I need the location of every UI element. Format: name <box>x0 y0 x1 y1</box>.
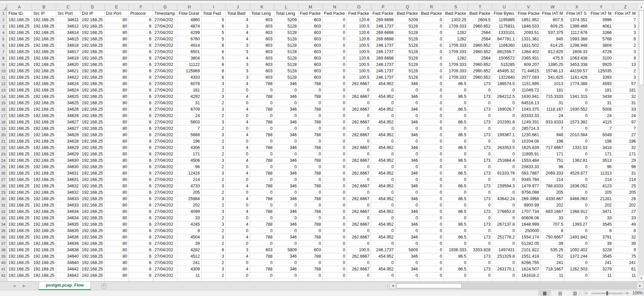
cell[interactable] <box>226 279 250 281</box>
cell[interactable]: 192.168.25 <box>80 36 105 42</box>
cell[interactable]: 43642.24 <box>492 196 516 202</box>
cell[interactable]: Flow IAT M <box>589 10 613 17</box>
cell[interactable]: 788 <box>250 170 274 177</box>
cell[interactable]: 192.168.25 <box>7 68 32 74</box>
cell[interactable]: 4282 <box>177 247 202 253</box>
cell[interactable]: 13 <box>613 62 638 68</box>
cell[interactable]: 2 <box>202 272 226 279</box>
cell[interactable]: 1831.502 <box>516 42 541 49</box>
cell[interactable]: 192.168.25 <box>7 87 32 94</box>
cell[interactable]: 0 <box>274 215 298 221</box>
cell[interactable]: 0 <box>226 177 250 183</box>
cell[interactable]: 34636 <box>56 240 80 247</box>
zoom-level[interactable]: 100% <box>633 290 643 296</box>
cell[interactable]: 192.168.25 <box>32 215 56 221</box>
cell[interactable]: 241 <box>177 260 202 266</box>
cell[interactable]: 34618 <box>56 55 80 62</box>
cell[interactable]: 1709.333 <box>444 23 468 30</box>
cell[interactable]: 86.5 <box>444 170 468 177</box>
cell[interactable]: 27/04/202 <box>153 113 177 119</box>
cell[interactable]: 0 <box>250 260 274 266</box>
cell[interactable]: 2 <box>202 138 226 145</box>
cell[interactable]: 614.25 <box>541 42 565 49</box>
cell[interactable]: 1092.402 <box>565 247 589 253</box>
cell[interactable]: 192.168.25 <box>32 119 56 125</box>
cell[interactable]: 0 <box>298 113 323 119</box>
cell[interactable]: 173 <box>468 196 492 202</box>
cell[interactable]: 214 <box>177 177 202 183</box>
cell[interactable]: 192.168.25 <box>80 266 105 272</box>
cell[interactable]: 246.1737 <box>371 62 395 68</box>
column-header-L[interactable]: L <box>274 4 298 10</box>
cell[interactable]: 86.5 <box>444 253 468 260</box>
cell[interactable]: 1063.438 <box>565 55 589 62</box>
cell[interactable]: 6 <box>129 253 153 260</box>
cell[interactable]: 2 <box>202 87 226 94</box>
cell[interactable]: 0 <box>323 170 347 177</box>
cell[interactable] <box>492 279 516 281</box>
cell[interactable]: 34611 <box>56 17 80 23</box>
cell[interactable]: 346 <box>274 266 298 272</box>
column-header-H[interactable]: H <box>177 4 202 10</box>
cell[interactable]: 192.168.25 <box>80 202 105 209</box>
cell[interactable]: 6 <box>129 62 153 68</box>
cell[interactable]: 0 <box>323 62 347 68</box>
row-number[interactable]: 11 <box>0 74 7 81</box>
cell[interactable]: 9345.794 <box>516 177 541 183</box>
cell[interactable]: 6 <box>129 36 153 42</box>
cell[interactable]: 1625.639 <box>516 145 541 151</box>
row-number[interactable]: 2 <box>0 17 7 23</box>
cell[interactable]: 192.168.25 <box>32 113 56 119</box>
cell[interactable]: 192.168.25 <box>80 189 105 196</box>
cell[interactable]: 2 <box>202 189 226 196</box>
cell[interactable]: 5128 <box>395 23 420 30</box>
cell[interactable]: 0 <box>468 100 492 106</box>
cell[interactable]: 0 <box>444 202 468 209</box>
cell[interactable]: 5128 <box>274 23 298 30</box>
cell[interactable]: 241 <box>589 260 613 266</box>
cell[interactable]: 603 <box>250 55 274 62</box>
cell[interactable]: 0 <box>226 260 250 266</box>
cell[interactable]: 603 <box>298 36 323 42</box>
cell[interactable]: 192.168.25 <box>80 183 105 189</box>
cell[interactable]: 788 <box>298 81 323 87</box>
cell[interactable]: 11049.72 <box>516 87 541 94</box>
cell[interactable]: 214 <box>541 177 565 183</box>
cell[interactable]: 3393 <box>589 74 613 81</box>
cell[interactable]: 603 <box>250 49 274 55</box>
cell[interactable]: 0 <box>468 87 492 94</box>
cell[interactable]: 100.5 <box>347 62 371 68</box>
cell[interactable]: 1709.333 <box>444 42 468 49</box>
cell[interactable] <box>7 279 32 281</box>
cell[interactable]: 3 <box>202 157 226 164</box>
cell[interactable]: 0 <box>420 36 444 42</box>
cell[interactable]: 2960.652 <box>468 68 492 74</box>
cell[interactable]: 2960.652 <box>468 62 492 68</box>
cell[interactable]: 0 <box>420 100 444 106</box>
cell[interactable]: 27/04/202 <box>153 260 177 266</box>
cell[interactable]: 6 <box>129 125 153 132</box>
cell[interactable]: 0 <box>395 177 420 183</box>
cell[interactable]: 0 <box>347 228 371 234</box>
cell[interactable]: 6 <box>129 81 153 87</box>
row-number[interactable]: 41 <box>0 266 7 272</box>
cell[interactable]: 34629 <box>56 151 80 157</box>
cell[interactable]: 3996 <box>589 17 613 23</box>
cell[interactable]: 0 <box>395 228 420 234</box>
cell[interactable]: 27/04/202 <box>153 119 177 125</box>
cell[interactable]: 25984 <box>177 196 202 202</box>
cell[interactable]: 788 <box>250 221 274 228</box>
cell[interactable]: 80 <box>105 23 129 30</box>
cell[interactable]: 192.168.25 <box>32 106 56 113</box>
cell[interactable]: 27/04/202 <box>153 189 177 196</box>
cell[interactable]: 0 <box>298 228 323 234</box>
cell[interactable]: 196 <box>177 138 202 145</box>
column-header-M[interactable]: M <box>298 4 323 10</box>
cell[interactable]: 3418 <box>589 145 613 151</box>
cell[interactable]: 0 <box>468 202 492 209</box>
cell[interactable]: 0 <box>371 138 395 145</box>
cell[interactable]: 788 <box>250 81 274 87</box>
cell[interactable]: 788 <box>298 253 323 260</box>
column-header-Z[interactable]: Z <box>613 4 638 10</box>
cell[interactable]: 0 <box>298 138 323 145</box>
